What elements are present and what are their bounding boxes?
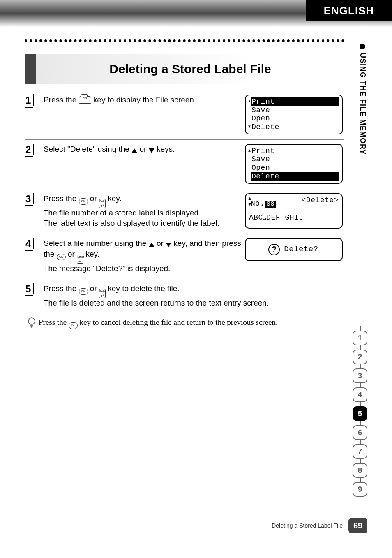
ok-key-icon: OK xyxy=(79,197,88,206)
section-bullet-icon xyxy=(360,44,365,49)
down-arrow-icon xyxy=(166,241,171,249)
enter-key-icon: Enter xyxy=(77,255,83,263)
ok-key-icon: OK xyxy=(57,253,66,261)
lcd-screen: ? Delete? xyxy=(245,238,343,261)
chapter-tab-6: 6 xyxy=(353,425,367,440)
question-icon: ? xyxy=(268,244,280,255)
step-lcd: ▲Print Save Open ▼Delete xyxy=(245,95,344,134)
down-arrow-icon xyxy=(149,146,154,155)
step-lcd: ? Delete? xyxy=(245,238,344,274)
esc-key-icon: Esc xyxy=(69,322,78,330)
chapter-tabs: 123456789 xyxy=(353,331,367,501)
enter-key-icon: Enter xyxy=(99,199,106,208)
tip-note: Press the Esc key to cancel deleting the… xyxy=(25,311,344,336)
step-number: 5 xyxy=(25,283,33,296)
step-text: Select a file number using the or key, a… xyxy=(39,238,245,274)
step-1: 1 Press the File key to display the File… xyxy=(25,90,344,140)
chapter-tab-7: 7 xyxy=(353,444,367,459)
chapter-tab-4: 4 xyxy=(353,387,367,402)
dotted-divider xyxy=(25,39,344,42)
step-text: Press the File key to display the File s… xyxy=(39,95,245,134)
lightbulb-icon xyxy=(25,317,39,329)
step-text: Press the OK or Enter key to delete the … xyxy=(39,283,344,308)
step-number: 3 xyxy=(25,193,33,206)
title-banner: Deleting a Stored Label File xyxy=(25,54,344,84)
svg-point-0 xyxy=(28,318,35,324)
chapter-tab-1: 1 xyxy=(353,331,367,345)
language-label: ENGLISH xyxy=(324,5,374,17)
enter-key-icon: Enter xyxy=(99,289,106,298)
footer-label: Deleting a Stored Label File xyxy=(272,522,343,529)
step-lcd: ▲▼No.08 <Delete> ABC↵DEF GHIJ xyxy=(245,193,344,229)
chapter-tab-5: 5 xyxy=(353,406,367,421)
manual-page: ENGLISH USING THE FILE MEMORY Deleting a… xyxy=(0,0,392,558)
chapter-tab-8: 8 xyxy=(353,463,367,478)
step-3: 3 Press the OK or Enter key. The file nu… xyxy=(25,189,344,234)
chapter-tab-2: 2 xyxy=(353,350,367,364)
footer: Deleting a Stored Label File 69 xyxy=(272,518,367,533)
lcd-action-label: <Delete> xyxy=(302,196,339,208)
up-arrow-icon xyxy=(149,241,154,249)
title-accent xyxy=(25,54,36,84)
tip-text: Press the Esc key to cancel deleting the… xyxy=(39,317,278,330)
file-key-icon: File xyxy=(79,96,91,104)
chapter-tab-9: 9 xyxy=(353,482,367,497)
step-number: 2 xyxy=(25,144,33,157)
page-number: 69 xyxy=(348,518,367,533)
ok-key-icon: OK xyxy=(79,287,88,296)
step-text: Select "Delete" using the or keys. xyxy=(39,144,245,184)
step-number: 1 xyxy=(25,95,33,108)
language-tab: ENGLISH xyxy=(306,0,392,21)
section-side-tab: USING THE FILE MEMORY xyxy=(357,44,367,167)
lcd-prompt: Delete? xyxy=(284,245,318,254)
step-4: 4 Select a file number using the or key,… xyxy=(25,234,344,279)
return-icon: ↵ xyxy=(263,216,266,222)
step-text: Press the OK or Enter key. The file numb… xyxy=(39,193,245,229)
section-title: USING THE FILE MEMORY xyxy=(358,53,367,155)
step-5: 5 Press the OK or Enter key to delete th… xyxy=(25,279,344,313)
lcd-screen: ▲Print Save Open Delete xyxy=(245,144,343,184)
chapter-tab-3: 3 xyxy=(353,368,367,383)
step-2: 2 Select "Delete" using the or keys. ▲Pr… xyxy=(25,140,344,189)
steps-list: 1 Press the File key to display the File… xyxy=(25,90,344,313)
lcd-screen: ▲▼No.08 <Delete> ABC↵DEF GHIJ xyxy=(245,193,343,229)
step-number: 4 xyxy=(25,238,33,251)
lcd-screen: ▲Print Save Open ▼Delete xyxy=(245,95,343,134)
up-arrow-icon xyxy=(131,146,137,155)
step-lcd: ▲Print Save Open Delete xyxy=(245,144,344,184)
header-bar: ENGLISH xyxy=(0,0,392,27)
title-background: Deleting a Stored Label File xyxy=(36,54,344,84)
page-title: Deleting a Stored Label File xyxy=(109,62,271,76)
